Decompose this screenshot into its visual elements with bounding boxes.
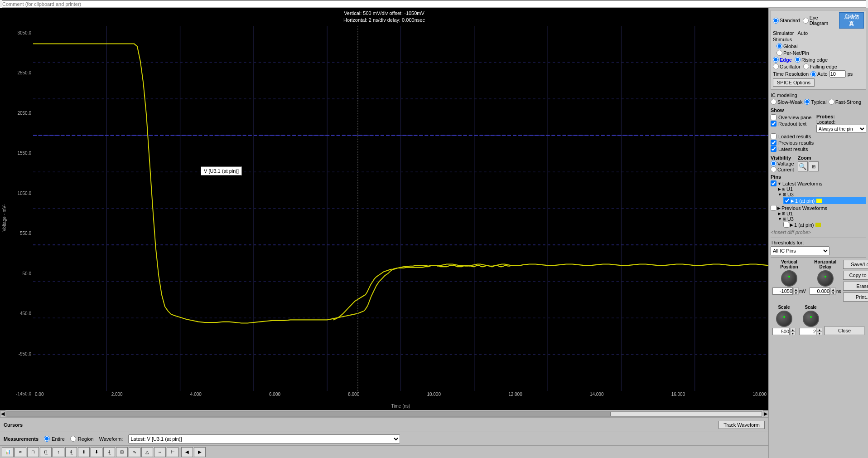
vert-pos-up-btn[interactable]: ▲: [793, 287, 799, 291]
horiz-delay-up-btn[interactable]: ▲: [830, 287, 836, 291]
comment-input[interactable]: [2, 0, 866, 8]
erase-button[interactable]: Erase: [843, 282, 868, 291]
meas-btn-8[interactable]: ⬇: [91, 447, 102, 457]
scale-h-down-btn[interactable]: ▼: [817, 331, 822, 335]
previous-waveforms-item[interactable]: ▶ Previous Waveforms: [771, 205, 866, 211]
oscillator-radio-label[interactable]: Oscillator: [773, 63, 800, 69]
vert-pos-down-btn[interactable]: ▼: [793, 291, 799, 295]
tree-u1-prev[interactable]: ▶ ⊞ U1: [778, 211, 866, 216]
latest-waveforms-checkbox[interactable]: [771, 180, 776, 186]
chart-svg-area[interactable]: V [U3.1 (at pin)]: [33, 26, 768, 391]
entire-radio[interactable]: [44, 436, 50, 442]
located-select[interactable]: Always at the pin: [816, 125, 866, 133]
time-res-input[interactable]: [829, 70, 846, 78]
rising-edge-radio-label[interactable]: Rising edge: [795, 57, 828, 63]
falling-edge-radio-label[interactable]: Falling edge: [803, 63, 837, 69]
latest-waveforms-item[interactable]: ▼ Latest Waveforms: [771, 180, 866, 186]
edge-radio-label[interactable]: Edge: [773, 57, 792, 63]
scale-v-down-btn[interactable]: ▼: [790, 331, 796, 335]
save-load-button[interactable]: Save/Load: [843, 260, 868, 269]
region-radio-label[interactable]: Region: [70, 436, 94, 442]
readout-text-checkbox[interactable]: [771, 121, 776, 127]
horizontal-delay-knob[interactable]: [817, 270, 834, 287]
scroll-track[interactable]: [6, 411, 762, 417]
scale-h-up-btn[interactable]: ▲: [817, 328, 822, 331]
tree-u3-prev[interactable]: ▼ ⊞ U3: [778, 216, 866, 222]
start-simulation-button[interactable]: 启动仿真: [839, 12, 864, 29]
tree-u3-latest[interactable]: ▼ ⊞ U3: [778, 192, 866, 197]
meas-btn-6[interactable]: ↕̲: [65, 447, 77, 457]
scroll-area[interactable]: ◀ ▶: [0, 410, 768, 417]
print-button[interactable]: Print...: [843, 292, 868, 302]
meas-btn-13[interactable]: ↔: [154, 447, 166, 457]
entire-radio-label[interactable]: Entire: [44, 436, 65, 442]
global-radio[interactable]: [776, 43, 782, 49]
loaded-results-checkbox[interactable]: [771, 133, 776, 139]
scale-v-knob[interactable]: [776, 311, 792, 327]
horiz-delay-input[interactable]: [810, 287, 830, 295]
meas-btn-next[interactable]: ▶: [194, 447, 206, 457]
thresholds-select[interactable]: All IC Pins: [771, 246, 829, 255]
meas-btn-12[interactable]: △: [141, 447, 153, 457]
meas-btn-11[interactable]: ∿: [129, 447, 140, 457]
current-radio[interactable]: [771, 166, 776, 172]
meas-btn-4[interactable]: ⊓̲: [40, 447, 52, 457]
falling-edge-radio[interactable]: [803, 63, 809, 69]
vertical-position-knob[interactable]: [781, 270, 797, 287]
slow-weak-radio-label[interactable]: Slow-Weak: [771, 99, 802, 105]
scale-v-up-btn[interactable]: ▲: [790, 328, 796, 331]
voltage-radio[interactable]: [771, 161, 776, 166]
track-waveform-button[interactable]: Track Waveform: [719, 421, 765, 429]
meas-btn-3[interactable]: ⊓: [27, 447, 39, 457]
per-net-radio-label[interactable]: Per-Net/Pin: [776, 50, 864, 56]
zoom-fit-button[interactable]: ⊞: [809, 161, 819, 171]
scroll-right-btn[interactable]: ▶: [763, 410, 768, 418]
meas-btn-14[interactable]: ⊢: [167, 447, 178, 457]
zoom-in-button[interactable]: 🔍: [798, 161, 808, 171]
vert-pos-input[interactable]: [772, 287, 793, 295]
oscillator-radio[interactable]: [773, 63, 779, 69]
scale-v-input[interactable]: [772, 328, 790, 335]
fast-strong-radio-label[interactable]: Fast-Strong: [829, 99, 861, 105]
scroll-thumb[interactable]: [7, 412, 611, 416]
waveform-select[interactable]: Latest: V [U3.1 (at pin)]: [128, 434, 400, 443]
rising-edge-radio[interactable]: [795, 57, 800, 63]
eye-diagram-radio-label[interactable]: Eye Diagram: [803, 15, 836, 26]
scroll-left-btn[interactable]: ◀: [0, 410, 5, 418]
spice-options-button[interactable]: SPICE Options: [773, 78, 815, 87]
meas-btn-9[interactable]: ↓̲: [103, 447, 115, 457]
previous-waveforms-checkbox[interactable]: [771, 205, 776, 211]
latest-results-checkbox[interactable]: [771, 146, 776, 152]
standard-radio[interactable]: [773, 18, 779, 24]
meas-btn-prev[interactable]: ◀: [181, 447, 193, 457]
typical-radio-label[interactable]: Typical: [804, 99, 826, 105]
meas-btn-2[interactable]: ≈: [14, 447, 26, 457]
auto-radio[interactable]: [810, 71, 816, 77]
region-radio[interactable]: [70, 436, 76, 442]
eye-diagram-radio[interactable]: [803, 18, 809, 24]
meas-btn-1[interactable]: 📊: [2, 447, 14, 457]
voltage-radio-label[interactable]: Voltage: [771, 161, 794, 166]
fast-strong-radio[interactable]: [829, 99, 834, 105]
insert-diff-probe[interactable]: <Insert diff probe>: [771, 229, 866, 235]
pin-prev-checkbox[interactable]: [783, 222, 789, 228]
horiz-delay-down-btn[interactable]: ▼: [830, 291, 836, 295]
auto-radio-label[interactable]: Auto: [810, 71, 828, 77]
edge-radio[interactable]: [773, 57, 779, 63]
meas-btn-10[interactable]: ⊞: [116, 447, 128, 457]
copy-to-clip-button[interactable]: Copy to Clip: [843, 271, 868, 280]
overview-pane-checkbox[interactable]: [771, 114, 776, 120]
tree-1-pin-prev[interactable]: ▶ 1 (at pin): [783, 222, 866, 228]
tree-1-pin-latest-selected[interactable]: ▶ 1 (at pin): [783, 197, 866, 204]
meas-btn-7[interactable]: ⬆: [78, 447, 90, 457]
tree-u1-latest[interactable]: ▶ ⊞ U1: [778, 186, 866, 192]
typical-radio[interactable]: [804, 99, 810, 105]
scale-h-knob[interactable]: [803, 311, 819, 327]
global-radio-label[interactable]: Global: [776, 43, 798, 49]
pin-latest-checkbox[interactable]: [784, 198, 790, 204]
meas-btn-5[interactable]: ↕: [53, 447, 64, 457]
close-button[interactable]: Close: [825, 326, 864, 335]
standard-radio-label[interactable]: Standard: [773, 18, 800, 24]
scale-h-input[interactable]: [799, 328, 816, 335]
per-net-radio[interactable]: [776, 50, 782, 56]
